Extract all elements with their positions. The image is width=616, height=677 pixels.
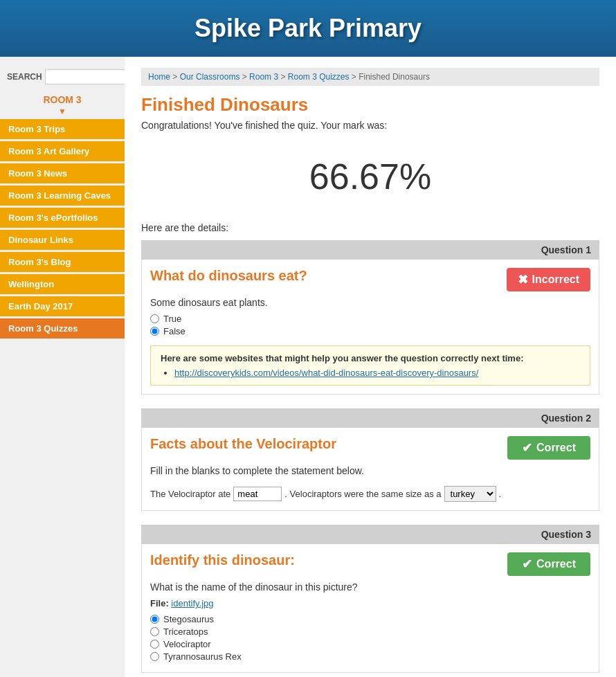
help-box-1: Here are some websites that might help y… — [150, 345, 590, 386]
question-desc-2: Fill in the blanks to complete the state… — [150, 465, 590, 476]
radio-label-3: Velociraptor — [163, 639, 211, 649]
main-content: Home > Our Classrooms > Room 3 > Room 3 … — [125, 57, 616, 677]
fill-blank-select[interactable]: turkeychickeneaglehawk — [444, 486, 496, 502]
fill-blank-middle: . Velociraptors were the same size as a — [284, 489, 441, 499]
radio-input-1[interactable] — [150, 314, 159, 323]
search-label: SEARCH — [7, 72, 42, 82]
question-top-2: Facts about the Velociraptor✔Correct — [150, 436, 590, 460]
question-top-1: What do dinosaurs eat?✖Incorrect — [150, 268, 590, 291]
breadcrumb-home[interactable]: Home — [148, 72, 170, 82]
radio-label-3: Tyrannosaurus Rex — [163, 651, 242, 662]
fill-blank-input[interactable] — [233, 487, 282, 501]
main-layout: SEARCH ► ROOM 3 ▼ Room 3 TripsRoom 3 Art… — [0, 57, 616, 677]
file-label: File: — [150, 598, 171, 608]
radio-option-3: Stegosaurus — [150, 614, 590, 624]
help-text-1: Here are some websites that might help y… — [161, 353, 580, 363]
fill-blank-2: The Velociraptor ate. Velociraptors were… — [150, 486, 590, 502]
checkmark-icon: ✔ — [522, 557, 532, 572]
result-text-3: Correct — [536, 558, 576, 570]
radio-input-3[interactable] — [150, 640, 159, 649]
breadcrumb: Home > Our Classrooms > Room 3 > Room 3 … — [141, 68, 599, 86]
breadcrumb-quizzes[interactable]: Room 3 Quizzes — [288, 72, 350, 82]
radio-input-3[interactable] — [150, 627, 159, 636]
question-header-3: Question 3 — [141, 525, 599, 544]
file-link-3: File: identify.jpg — [150, 598, 590, 608]
result-badge-2: ✔Correct — [507, 436, 590, 460]
sidebar-item-art-gallery[interactable]: Room 3 Art Gallery — [0, 141, 125, 161]
site-header: Spike Park Primary — [0, 0, 616, 57]
question-content-3: Identify this dinosaur:✔CorrectWhat is t… — [141, 544, 599, 673]
radio-option-3: Velociraptor — [150, 639, 590, 649]
sidebar-item-dinosaur-links[interactable]: Dinosaur Links — [0, 230, 125, 250]
sidebar-item-blog[interactable]: Room 3's Blog — [0, 252, 125, 272]
sidebar: SEARCH ► ROOM 3 ▼ Room 3 TripsRoom 3 Art… — [0, 57, 125, 677]
result-text-1: Incorrect — [532, 273, 579, 286]
room-arrow: ▼ — [0, 107, 125, 116]
checkmark-icon: ✔ — [522, 440, 532, 455]
room-label: ROOM 3 — [0, 90, 125, 107]
question-header-1: Question 1 — [141, 240, 599, 260]
question-title-3: Identify this dinosaur: — [150, 552, 295, 568]
sidebar-item-learning-caves[interactable]: Room 3 Learning Caves — [0, 186, 125, 206]
question-title-1: What do dinosaurs eat? — [150, 268, 307, 284]
question-content-1: What do dinosaurs eat?✖IncorrectSome din… — [141, 260, 599, 395]
page-title: Finished Dinosaurs — [141, 94, 599, 116]
radio-option-3: Triceratops — [150, 626, 590, 637]
radio-input-1[interactable] — [150, 327, 159, 336]
cross-icon: ✖ — [518, 272, 528, 287]
breadcrumb-room3[interactable]: Room 3 — [249, 72, 278, 82]
question-content-2: Facts about the Velociraptor✔CorrectFill… — [141, 428, 599, 511]
sidebar-item-trips[interactable]: Room 3 Trips — [0, 119, 125, 139]
sidebar-item-earth-day[interactable]: Earth Day 2017 — [0, 296, 125, 316]
search-bar: SEARCH ► — [0, 64, 125, 90]
radio-input-3[interactable] — [150, 615, 159, 624]
question-desc-1: Some dinosaurs eat plants. — [150, 297, 590, 308]
fill-blank-prefix: The Velociraptor ate — [150, 489, 230, 499]
site-title: Spike Park Primary — [14, 14, 602, 43]
breadcrumb-classrooms[interactable]: Our Classrooms — [180, 72, 240, 82]
question-header-2: Question 2 — [141, 408, 599, 428]
sidebar-item-quizzes[interactable]: Room 3 Quizzes — [0, 318, 125, 338]
help-link-1[interactable]: http://discoverykids.com/videos/what-did… — [174, 368, 478, 378]
radio-input-3[interactable] — [150, 652, 159, 661]
question-top-3: Identify this dinosaur:✔Correct — [150, 552, 590, 576]
sidebar-items: Room 3 TripsRoom 3 Art GalleryRoom 3 New… — [0, 119, 125, 338]
sidebar-item-news[interactable]: Room 3 News — [0, 163, 125, 183]
details-label: Here are the details: — [141, 222, 599, 233]
radio-label-1: False — [163, 326, 185, 336]
radio-label-1: True — [163, 314, 181, 324]
result-badge-1: ✖Incorrect — [507, 268, 590, 291]
sidebar-item-eportfolios[interactable]: Room 3's ePortfolios — [0, 208, 125, 228]
radio-option-1: False — [150, 326, 590, 336]
question-desc-3: What is the name of the dinosaur in this… — [150, 581, 590, 593]
breadcrumb-current: Finished Dinosaurs — [359, 72, 430, 82]
radio-option-1: True — [150, 314, 590, 324]
radio-label-3: Stegosaurus — [163, 614, 214, 624]
fill-blank-suffix: . — [499, 489, 502, 499]
sidebar-item-wellington[interactable]: Wellington — [0, 274, 125, 294]
radio-label-3: Triceratops — [163, 626, 208, 637]
radio-option-3: Tyrannosaurus Rex — [150, 651, 590, 662]
questions-container: Question 1What do dinosaurs eat?✖Incorre… — [141, 240, 599, 673]
result-badge-3: ✔Correct — [507, 552, 590, 576]
question-title-2: Facts about the Velociraptor — [150, 436, 336, 452]
file-link-anchor[interactable]: identify.jpg — [171, 598, 213, 608]
result-text-2: Correct — [536, 442, 576, 454]
congrats-text: Congratulations! You've finished the qui… — [141, 120, 599, 131]
score-display: 66.67% — [141, 142, 599, 211]
